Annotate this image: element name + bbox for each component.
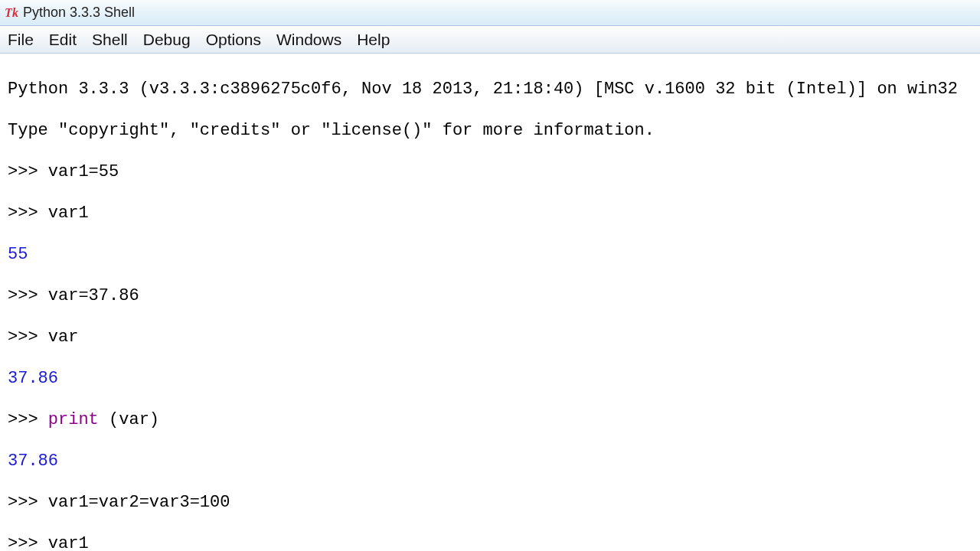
input-line: >>> var1=var2=var3=100	[8, 492, 972, 513]
prompt: >>>	[8, 286, 48, 305]
intro-line-2: Type "copyright", "credits" or "license(…	[8, 120, 972, 141]
menu-shell[interactable]: Shell	[84, 31, 136, 49]
app-icon: Tk	[5, 6, 18, 20]
prompt: >>>	[8, 493, 48, 512]
input-line: >>> var1	[8, 203, 972, 223]
output-line: 37.86	[8, 451, 972, 471]
prompt: >>>	[8, 204, 48, 223]
menu-windows[interactable]: Windows	[269, 31, 349, 49]
code-input: var	[48, 328, 79, 347]
prompt: >>>	[8, 328, 48, 347]
code-input: (var)	[99, 410, 159, 429]
prompt: >>>	[8, 534, 48, 551]
menu-debug[interactable]: Debug	[136, 31, 198, 49]
menu-help[interactable]: Help	[349, 31, 397, 49]
input-line: >>> print (var)	[8, 409, 972, 430]
menu-edit[interactable]: Edit	[41, 31, 84, 49]
input-line: >>> var=37.86	[8, 285, 972, 306]
code-input: var1=55	[48, 162, 119, 181]
menu-file[interactable]: File	[5, 31, 41, 49]
title-bar: Tk Python 3.3.3 Shell	[0, 0, 980, 26]
prompt: >>>	[8, 162, 48, 181]
code-input: var1	[48, 204, 89, 223]
menu-bar: File Edit Shell Debug Options Windows He…	[0, 26, 980, 54]
console-area[interactable]: Python 3.3.3 (v3.3.3:c3896275c0f6, Nov 1…	[0, 54, 980, 551]
prompt: >>>	[8, 410, 48, 429]
intro-line-1: Python 3.3.3 (v3.3.3:c3896275c0f6, Nov 1…	[8, 79, 972, 99]
input-line: >>> var	[8, 327, 972, 347]
code-input: var=37.86	[48, 286, 139, 305]
menu-options[interactable]: Options	[198, 31, 269, 49]
output-line: 37.86	[8, 368, 972, 389]
code-input: var1	[48, 534, 89, 551]
input-line: >>> var1=55	[8, 161, 972, 182]
code-input: var1=var2=var3=100	[48, 493, 230, 512]
output-line: 55	[8, 244, 972, 265]
window-title: Python 3.3.3 Shell	[23, 5, 135, 21]
input-line: >>> var1	[8, 533, 972, 551]
builtin-print: print	[48, 410, 99, 429]
